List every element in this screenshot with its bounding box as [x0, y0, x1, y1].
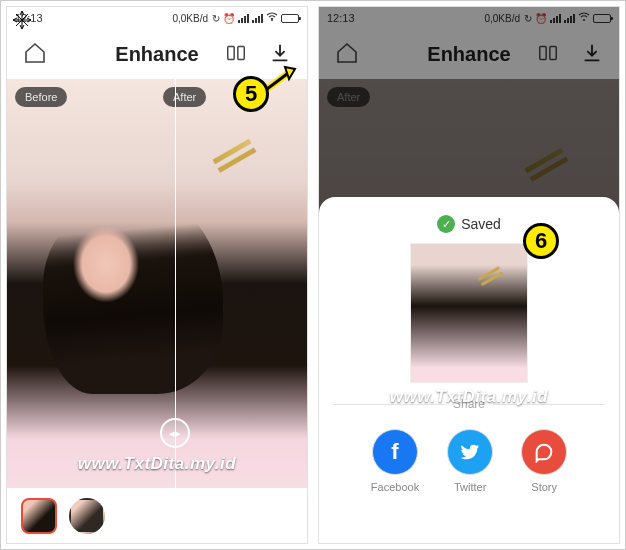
facebook-icon: f	[372, 429, 418, 475]
saved-row: ✓ Saved	[437, 215, 501, 233]
share-story[interactable]: Story	[521, 429, 567, 493]
svg-rect-2	[238, 46, 244, 59]
status-data-rate: 0,0KB/d	[172, 13, 208, 24]
saved-thumbnail[interactable]	[410, 243, 528, 383]
share-facebook[interactable]: f Facebook	[371, 429, 419, 493]
alarm-icon: ⏰	[223, 13, 235, 24]
annotation-step-6: 6	[523, 223, 559, 259]
svg-point-0	[271, 19, 273, 21]
status-right: 0,0KB/d ↻ ⏰	[172, 12, 299, 24]
compare-handle-icon[interactable]: ◂▸	[160, 418, 190, 448]
share-twitter[interactable]: Twitter	[447, 429, 493, 493]
signal-icon-2	[252, 14, 263, 23]
home-icon[interactable]	[19, 37, 51, 72]
annotation-arrow-5	[265, 65, 301, 95]
wifi-icon	[266, 12, 278, 24]
compare-slider[interactable]: ◂▸	[175, 79, 176, 488]
twitter-icon	[447, 429, 493, 475]
status-icons: ↻ ⏰	[212, 12, 299, 24]
watermark-text: www.TxtDita.my.id	[390, 387, 548, 407]
thumbnail-row	[7, 488, 307, 543]
thumbnail-2[interactable]	[69, 498, 105, 534]
status-bar: 12:13 0,0KB/d ↻ ⏰	[7, 7, 307, 29]
cursor-icon	[11, 9, 33, 31]
hairclip-detail	[213, 138, 252, 163]
share-caption: Facebook	[371, 481, 419, 493]
share-caption: Twitter	[454, 481, 486, 493]
phone-screenshot-right: 12:13 0,0KB/d ↻ ⏰ Enhance	[318, 6, 620, 544]
signal-icon	[238, 14, 249, 23]
compare-icon[interactable]	[221, 38, 251, 71]
share-sheet: ✓ Saved Share www.TxtDita.my.id f Facebo…	[319, 197, 619, 543]
check-icon: ✓	[437, 215, 455, 233]
page-title: Enhance	[115, 43, 198, 66]
watermark-text: www.TxtDita.my.id	[7, 454, 307, 474]
share-row: f Facebook Twitter Story	[371, 429, 567, 493]
sync-icon: ↻	[212, 13, 220, 24]
battery-icon	[281, 14, 299, 23]
story-icon	[521, 429, 567, 475]
before-label: Before	[15, 87, 67, 107]
thumbnail-1[interactable]	[21, 498, 57, 534]
saved-label: Saved	[461, 216, 501, 232]
annotation-step-5: 5	[233, 76, 269, 112]
share-caption: Story	[531, 481, 557, 493]
after-label: After	[163, 87, 206, 107]
photo-content	[7, 79, 307, 488]
app-header: Enhance	[7, 29, 307, 79]
image-viewer[interactable]: Before After ◂▸ www.TxtDita.my.id	[7, 79, 307, 488]
hairclip-detail	[478, 266, 500, 281]
svg-rect-1	[228, 46, 234, 59]
